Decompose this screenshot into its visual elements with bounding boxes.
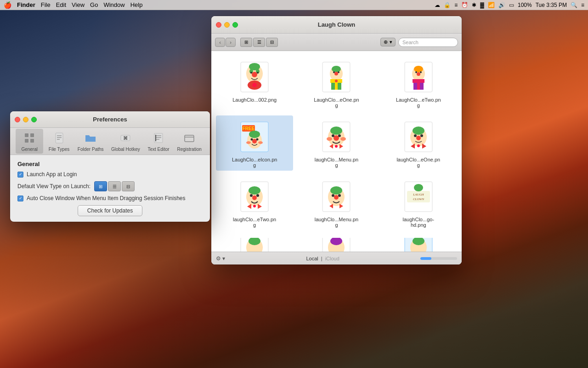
local-label[interactable]: Local	[306, 256, 318, 261]
column-view-btn[interactable]: ⊟	[122, 181, 135, 191]
search-icon[interactable]: 🔍	[571, 2, 577, 8]
general-icon	[22, 131, 37, 145]
minimize-button[interactable]	[224, 22, 230, 28]
column-view-button[interactable]: ⊟	[266, 38, 278, 47]
menu-edit[interactable]: Edit	[56, 1, 66, 8]
lock-icon[interactable]: 🔒	[444, 2, 451, 8]
folder-paths-icon	[83, 131, 98, 145]
file-name: laughClo...eTwo.png	[232, 217, 277, 228]
file-item[interactable]: laughClo...eOne.png	[380, 115, 457, 171]
auto-close-checkbox[interactable]: ✓	[17, 196, 23, 201]
file-item[interactable]: FREE LaughClo...eIcon.png	[216, 115, 293, 171]
tab-text-editor[interactable]: Text Editor	[145, 129, 172, 154]
tab-folder-paths-label: Folder Paths	[78, 147, 104, 152]
tab-general[interactable]: General	[16, 129, 43, 154]
svg-point-40	[256, 138, 259, 140]
menu-go[interactable]: Go	[90, 1, 98, 8]
finder-content[interactable]: LaughClo...002.png	[211, 51, 462, 252]
svg-rect-32	[413, 79, 424, 83]
tab-text-editor-label: Text Editor	[147, 147, 169, 152]
default-view-row: Default View Type on Launch: ⊞ ☰ ⊟	[17, 181, 203, 191]
svg-rect-98	[56, 133, 63, 143]
list-icon[interactable]: ≡	[581, 2, 584, 8]
apple-menu[interactable]: 🍎	[4, 1, 11, 9]
svg-text:LAUGH: LAUGH	[413, 193, 424, 196]
launch-at-login-label: Launch App at Login	[27, 171, 77, 178]
gear-icon[interactable]: ⚙ ▾	[216, 255, 225, 262]
list-view-btn[interactable]: ☰	[108, 181, 121, 191]
tab-registration[interactable]: Registration	[174, 129, 204, 154]
wifi-icon[interactable]: 📶	[488, 2, 495, 8]
tab-folder-paths[interactable]: Folder Paths	[75, 129, 107, 154]
launch-at-login-checkbox[interactable]: ✓	[17, 172, 23, 178]
airplay-icon[interactable]: ▭	[509, 2, 514, 8]
prefs-maximize-button[interactable]	[31, 117, 37, 122]
svg-rect-25	[413, 83, 417, 90]
nav-buttons: ‹ ›	[215, 38, 236, 47]
tab-global-hotkey-label: Global Hotkey	[111, 147, 140, 152]
svg-point-84	[414, 184, 423, 191]
bluetooth-icon[interactable]: ✱	[472, 2, 476, 8]
icloud-icon[interactable]: ☁	[435, 2, 440, 8]
file-item[interactable]: LAUGH CLOWN laughClo...go-hd.png	[380, 175, 457, 230]
file-item[interactable]: laughClo...Menu.png	[298, 115, 375, 171]
svg-point-67	[250, 194, 253, 197]
progress-fill	[420, 257, 431, 260]
icon-view-button[interactable]: ⊞	[240, 38, 252, 47]
menu-view[interactable]: View	[72, 1, 85, 8]
file-item[interactable]: laughClo...eTwo.png	[216, 175, 293, 230]
search-box[interactable]: Search	[398, 38, 458, 47]
svg-point-42	[258, 141, 263, 144]
preferences-window: Preferences General	[10, 111, 210, 222]
grid-view-btn[interactable]: ⊞	[94, 181, 107, 191]
tab-general-label: General	[21, 147, 38, 152]
icloud-label[interactable]: iCloud	[325, 256, 339, 261]
layers-chevron: ▾	[390, 39, 392, 45]
svg-point-37	[249, 131, 260, 138]
file-item[interactable]	[380, 235, 457, 252]
list-view-button[interactable]: ☰	[253, 38, 265, 47]
file-item[interactable]	[216, 235, 293, 252]
finder-toolbar: ‹ › ⊞ ☰ ⊟ ⊕ ▾ Search	[211, 34, 462, 51]
file-icon: FREE	[236, 118, 273, 155]
back-button[interactable]: ‹	[215, 38, 225, 47]
prefs-titlebar: Preferences	[10, 111, 210, 128]
auto-close-label: Auto Close Window When Menu Item Draggin…	[27, 195, 186, 201]
svg-point-29	[417, 72, 420, 76]
check-updates-button[interactable]: Check for Updates	[78, 205, 142, 216]
file-item[interactable]: LaughClo...002.png	[216, 56, 293, 111]
close-button[interactable]	[216, 22, 221, 28]
layers-button[interactable]: ⊕ ▾	[380, 38, 396, 46]
svg-text:⌘: ⌘	[123, 136, 128, 141]
time-machine-icon[interactable]: ⏰	[461, 2, 468, 8]
prefs-close-button[interactable]	[15, 117, 20, 122]
file-name: laughClo...eOne.png	[396, 157, 441, 168]
svg-text:FREE: FREE	[243, 126, 255, 131]
menu-help[interactable]: Help	[130, 1, 143, 8]
volume-icon[interactable]: 🔊	[498, 2, 505, 8]
menu-finder[interactable]: Finder	[17, 1, 35, 8]
svg-point-59	[420, 134, 423, 137]
svg-point-17	[332, 66, 341, 72]
svg-point-9	[252, 83, 257, 87]
maximize-button[interactable]	[232, 22, 238, 28]
menu-file[interactable]: File	[41, 1, 51, 8]
svg-point-57	[416, 136, 421, 140]
svg-point-28	[414, 66, 423, 72]
battery-icon[interactable]: ▓	[480, 2, 484, 8]
svg-point-56	[413, 126, 424, 135]
tab-file-types[interactable]: File Types	[45, 129, 73, 154]
prefs-window-title: Preferences	[93, 116, 127, 123]
prefs-minimize-button[interactable]	[23, 117, 28, 122]
file-item[interactable]	[298, 235, 375, 252]
file-item[interactable]: LaughClo...eOne.png	[298, 56, 375, 111]
desktop: 🍎 Finder File Edit View Go Window Help ☁…	[0, 0, 588, 368]
file-item[interactable]: laughClo...Menu.png	[298, 175, 375, 230]
forward-button[interactable]: ›	[226, 38, 236, 47]
svg-point-76	[332, 194, 334, 197]
tab-global-hotkey[interactable]: ⌘ Global Hotkey	[108, 129, 143, 154]
file-item[interactable]: LaughClo...eTwo.png	[380, 56, 457, 111]
menu-window[interactable]: Window	[103, 1, 124, 8]
equalizer-icon[interactable]: ≡	[454, 2, 458, 8]
launch-at-login-row: ✓ Launch App at Login	[17, 171, 203, 178]
